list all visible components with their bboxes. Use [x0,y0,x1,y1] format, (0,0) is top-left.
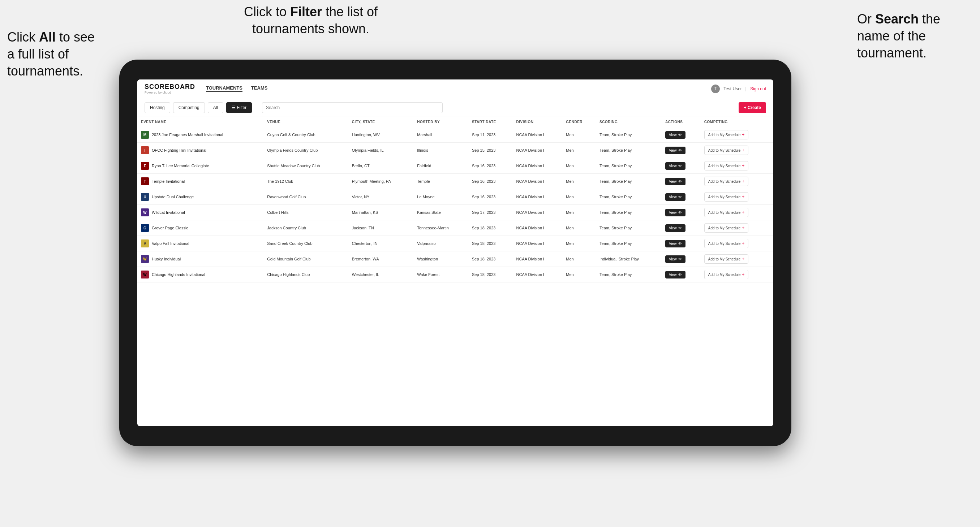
view-label-8: View [669,257,677,261]
event-name-text-4: Upstate Dual Challenge [152,195,194,199]
cell-division-4: NCAA Division I [513,189,563,205]
cell-competing-5: Add to My Schedule + [701,205,773,220]
event-name-text-6: Grover Page Classic [152,226,188,230]
cell-division-2: NCAA Division I [513,158,563,174]
filter-bar: Hosting Competing All ☰ Filter + Create [137,98,773,117]
cell-city-1: Olympia Fields, IL [348,143,414,158]
all-button[interactable]: All [208,102,223,113]
col-hosted-by: HOSTED BY [414,117,468,127]
eye-icon-3: 👁 [678,179,682,184]
plus-icon-8: + [742,256,745,262]
create-button[interactable]: + Create [738,102,766,113]
table-row: T Temple Invitational The 1912 Club Plym… [137,174,773,189]
cell-city-4: Victor, NY [348,189,414,205]
cell-scoring-6: Team, Stroke Play [596,220,662,236]
cell-scoring-9: Team, Stroke Play [596,267,662,283]
cell-competing-7: Add to My Schedule + [701,236,773,251]
cell-competing-6: Add to My Schedule + [701,220,773,236]
table-row: W Husky Individual Gold Mountain Golf Cl… [137,251,773,267]
cell-venue-2: Shuttle Meadow Country Club [263,158,348,174]
cell-city-9: Westchester, IL [348,267,414,283]
cell-competing-8: Add to My Schedule + [701,251,773,267]
cell-hosted-2: Fairfield [414,158,468,174]
table-row: G Grover Page Classic Jackson Country Cl… [137,220,773,236]
add-schedule-button-4[interactable]: Add to My Schedule + [704,192,749,202]
col-venue: VENUE [263,117,348,127]
cell-city-2: Berlin, CT [348,158,414,174]
view-button-2[interactable]: View 👁 [665,162,686,170]
eye-icon-4: 👁 [678,195,682,199]
nav-tournaments[interactable]: TOURNAMENTS [206,85,242,92]
annotation-topright: Or Search the name of the tournament. [857,11,973,61]
hosting-button[interactable]: Hosting [145,102,170,113]
competing-button[interactable]: Competing [173,102,205,113]
cell-date-6: Sep 18, 2023 [468,220,513,236]
event-name-text-0: 2023 Joe Feaganes Marshall Invitational [152,133,223,137]
add-schedule-button-0[interactable]: Add to My Schedule + [704,130,749,140]
nav-signout[interactable]: Sign out [750,86,766,91]
cell-date-7: Sep 18, 2023 [468,236,513,251]
search-input[interactable] [262,102,443,113]
cell-date-5: Sep 17, 2023 [468,205,513,220]
view-button-9[interactable]: View 👁 [665,271,686,278]
view-button-6[interactable]: View 👁 [665,224,686,232]
add-schedule-button-2[interactable]: Add to My Schedule + [704,161,749,170]
event-name-text-9: Chicago Highlands Invitational [152,272,205,277]
nav-teams[interactable]: TEAMS [251,85,268,92]
cell-date-8: Sep 18, 2023 [468,251,513,267]
add-label-0: Add to My Schedule [708,133,741,137]
add-label-5: Add to My Schedule [708,211,741,214]
add-label-7: Add to My Schedule [708,242,741,246]
add-schedule-button-7[interactable]: Add to My Schedule + [704,239,749,248]
cell-competing-0: Add to My Schedule + [701,127,773,143]
view-button-3[interactable]: View 👁 [665,178,686,185]
add-schedule-button-8[interactable]: Add to My Schedule + [704,254,749,264]
add-label-3: Add to My Schedule [708,179,741,184]
cell-scoring-1: Team, Stroke Play [596,143,662,158]
cell-event-name-6: G Grover Page Classic [137,220,263,236]
add-label-2: Add to My Schedule [708,164,741,168]
cell-event-name-8: W Husky Individual [137,251,263,267]
cell-actions-4: View 👁 [662,189,701,205]
add-label-6: Add to My Schedule [708,226,741,230]
view-button-0[interactable]: View 👁 [665,131,686,139]
team-logo-5: W [141,208,149,216]
cell-gender-8: Men [562,251,596,267]
filter-button[interactable]: ☰ Filter [226,102,252,113]
cell-actions-3: View 👁 [662,174,701,189]
cell-event-name-3: T Temple Invitational [137,174,263,189]
view-button-8[interactable]: View 👁 [665,256,686,263]
view-label-3: View [669,179,677,184]
add-schedule-button-6[interactable]: Add to My Schedule + [704,223,749,233]
cell-date-3: Sep 16, 2023 [468,174,513,189]
team-logo-4: U [141,193,149,201]
col-start-date: START DATE [468,117,513,127]
nav-user: T Test User | Sign out [711,84,766,93]
view-button-4[interactable]: View 👁 [665,193,686,201]
col-division: DIVISION [513,117,563,127]
add-schedule-button-1[interactable]: Add to My Schedule + [704,146,749,155]
eye-icon-7: 👁 [678,242,682,246]
cell-hosted-8: Washington [414,251,468,267]
view-button-7[interactable]: View 👁 [665,240,686,248]
table-row: I OFCC Fighting Illini Invitational Olym… [137,143,773,158]
cell-division-9: NCAA Division I [513,267,563,283]
cell-event-name-2: F Ryan T. Lee Memorial Collegiate [137,158,263,174]
add-schedule-button-3[interactable]: Add to My Schedule + [704,177,749,186]
cell-venue-0: Guyan Golf & Country Club [263,127,348,143]
view-button-5[interactable]: View 👁 [665,209,686,216]
tournaments-table: EVENT NAME VENUE CITY, STATE HOSTED BY S… [137,117,773,283]
cell-event-name-4: U Upstate Dual Challenge [137,189,263,205]
team-logo-1: I [141,146,149,154]
plus-icon-5: + [742,210,745,215]
cell-event-name-9: W Chicago Highlands Invitational [137,267,263,283]
team-logo-3: T [141,177,149,185]
view-button-1[interactable]: View 👁 [665,147,686,154]
add-schedule-button-9[interactable]: Add to My Schedule + [704,270,749,279]
table-body: M 2023 Joe Feaganes Marshall Invitationa… [137,127,773,283]
table-container: EVENT NAME VENUE CITY, STATE HOSTED BY S… [137,117,773,426]
add-schedule-button-5[interactable]: Add to My Schedule + [704,208,749,217]
cell-hosted-1: Illinois [414,143,468,158]
cell-date-1: Sep 15, 2023 [468,143,513,158]
add-label-4: Add to My Schedule [708,195,741,199]
